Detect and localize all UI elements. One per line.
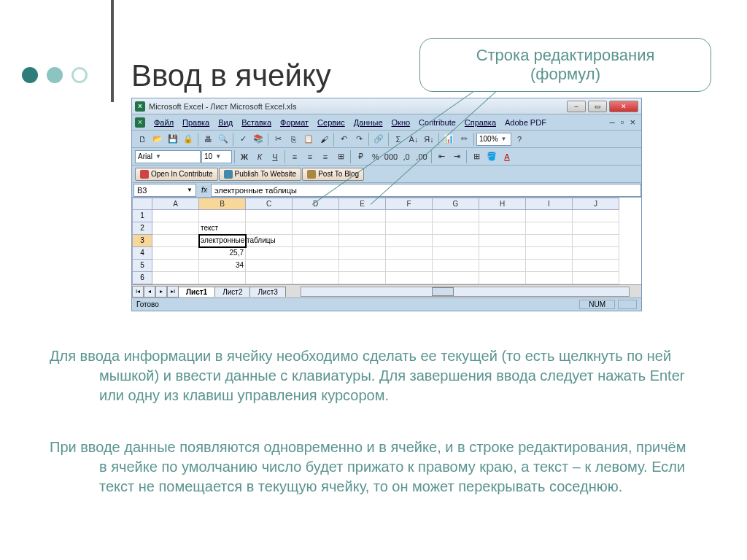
col-header-j[interactable]: J [573, 198, 619, 210]
sort-desc-icon[interactable]: Я↓ [422, 132, 436, 147]
sheet-tab-1[interactable]: Лист1 [178, 287, 215, 297]
horizontal-scrollbar[interactable] [301, 287, 630, 297]
minimize-button[interactable]: – [567, 101, 586, 112]
title-bar: X Microsoft Excel - Лист Microsoft Excel… [132, 98, 641, 114]
col-header-g[interactable]: G [433, 198, 479, 210]
doc-restore-button[interactable]: ▫ [618, 117, 627, 128]
increase-indent-icon[interactable]: ⇥ [449, 149, 464, 164]
menu-insert[interactable]: Вставка [237, 117, 276, 128]
print-icon[interactable]: 🖶 [201, 132, 215, 147]
row-header-6[interactable]: 6 [132, 272, 152, 284]
excel-icon: X [135, 101, 145, 112]
menu-edit[interactable]: Правка [178, 117, 214, 128]
col-header-i[interactable]: I [526, 198, 573, 210]
status-indicator-empty [618, 300, 637, 309]
copy-icon[interactable]: ⎘ [286, 132, 301, 147]
sheet-tab-2[interactable]: Лист2 [214, 287, 250, 297]
sheet-nav-prev-icon[interactable]: ◂ [144, 286, 155, 298]
formatting-toolbar: Arial▼ 10▼ Ж К Ч ≡ ≡ ≡ ⊞ ₽ % 000 ,0 ,00 … [132, 148, 641, 166]
paragraph-2: При вводе данные появляются одновременно… [50, 438, 692, 497]
menu-format[interactable]: Формат [276, 117, 313, 128]
contribute-toolbar: Open In Contribute Publish To Website Po… [132, 166, 641, 183]
doc-minimize-button[interactable]: – [607, 117, 618, 128]
row-header-4[interactable]: 4 [132, 247, 152, 260]
menu-view[interactable]: Вид [214, 117, 237, 128]
menu-file[interactable]: Файл [150, 117, 178, 128]
currency-icon[interactable]: ₽ [353, 149, 368, 164]
font-color-icon[interactable]: A [500, 149, 514, 164]
fill-color-icon[interactable]: 🪣 [484, 149, 499, 164]
select-all-corner[interactable] [132, 198, 152, 210]
status-text: Готово [136, 300, 159, 308]
cell-b5[interactable]: 34 [199, 260, 246, 272]
close-button[interactable]: ✕ [609, 101, 638, 112]
col-header-f[interactable]: F [386, 198, 433, 210]
format-painter-icon[interactable]: 🖌 [317, 132, 331, 147]
app-menu-icon[interactable]: X [135, 117, 145, 128]
menu-contribute[interactable]: Contribute [414, 117, 460, 128]
open-icon[interactable]: 📂 [150, 132, 165, 147]
menu-adobe-pdf[interactable]: Adobe PDF [500, 117, 551, 128]
increase-decimal-icon[interactable]: ,0 [399, 149, 414, 164]
fx-icon[interactable]: fx [198, 186, 211, 194]
doc-close-button[interactable]: × [627, 117, 638, 128]
name-box[interactable]: B3▼ [133, 184, 196, 197]
permission-icon[interactable]: 🔒 [181, 132, 196, 147]
undo-icon[interactable]: ↶ [336, 132, 351, 147]
col-header-a[interactable]: A [152, 198, 199, 210]
align-left-icon[interactable]: ≡ [287, 149, 302, 164]
spreadsheet-grid[interactable]: A B C D E F G H I J 1 2текст 3электронны… [132, 198, 641, 284]
align-center-icon[interactable]: ≡ [303, 149, 317, 164]
menu-window[interactable]: Окно [387, 117, 415, 128]
new-icon[interactable]: 🗋 [135, 132, 150, 147]
callout-formula-bar: Строка редактирования (формул) [419, 38, 711, 92]
cell-b2[interactable]: текст [199, 222, 246, 235]
col-header-b[interactable]: B [199, 198, 246, 210]
menu-tools[interactable]: Сервис [313, 117, 349, 128]
merge-icon[interactable]: ⊞ [333, 149, 348, 164]
col-header-d[interactable]: D [293, 198, 339, 210]
menu-data[interactable]: Данные [349, 117, 387, 128]
row-header-1[interactable]: 1 [132, 210, 152, 222]
excel-window: X Microsoft Excel - Лист Microsoft Excel… [131, 98, 642, 311]
bold-icon[interactable]: Ж [237, 149, 252, 164]
paste-icon[interactable]: 📋 [301, 132, 316, 147]
maximize-button[interactable]: ▭ [588, 101, 607, 112]
status-bar: Готово NUM [132, 298, 641, 311]
zoom-combo[interactable]: 100%▼ [476, 133, 511, 146]
row-header-5[interactable]: 5 [132, 260, 152, 272]
standard-toolbar: 🗋 📂 💾 🔒 🖶 🔍 ✓ 📚 ✂ ⎘ 📋 🖌 ↶ ↷ 🔗 Σ A↓ Я↓ 📊 … [132, 131, 641, 148]
sheet-nav-first-icon[interactable]: I◂ [132, 286, 144, 298]
decrease-indent-icon[interactable]: ⇤ [434, 149, 449, 164]
save-icon[interactable]: 💾 [166, 132, 180, 147]
row-header-3[interactable]: 3 [132, 235, 152, 247]
col-header-c[interactable]: C [246, 198, 293, 210]
help-icon[interactable]: ? [512, 132, 527, 147]
preview-icon[interactable]: 🔍 [216, 132, 231, 147]
borders-icon[interactable]: ⊞ [469, 149, 484, 164]
cut-icon[interactable]: ✂ [271, 132, 285, 147]
font-combo[interactable]: Arial▼ [135, 150, 201, 163]
hyperlink-icon[interactable]: 🔗 [371, 132, 386, 147]
cell-b3-active[interactable]: электронные таблицы [199, 235, 246, 247]
sheet-nav-last-icon[interactable]: ▸I [167, 286, 179, 298]
sheet-tab-3[interactable]: Лист3 [249, 287, 285, 297]
align-right-icon[interactable]: ≡ [318, 149, 333, 164]
col-header-e[interactable]: E [339, 198, 386, 210]
vertical-divider [111, 0, 114, 102]
publish-to-website-button[interactable]: Publish To Website [219, 168, 302, 181]
callout-line2: (формул) [433, 65, 697, 84]
sheet-nav-next-icon[interactable]: ▸ [155, 286, 167, 298]
spelling-icon[interactable]: ✓ [236, 132, 250, 147]
open-in-contribute-button[interactable]: Open In Contribute [135, 168, 218, 181]
formula-bar-input[interactable]: электронные таблицы [211, 184, 641, 197]
row-header-2[interactable]: 2 [132, 222, 152, 235]
italic-icon[interactable]: К [252, 149, 267, 164]
research-icon[interactable]: 📚 [251, 132, 266, 147]
redo-icon[interactable]: ↷ [352, 132, 366, 147]
cell-b4[interactable]: 25,7 [199, 247, 246, 260]
col-header-h[interactable]: H [479, 198, 526, 210]
underline-icon[interactable]: Ч [268, 149, 282, 164]
fontsize-combo[interactable]: 10▼ [201, 150, 232, 163]
drawing-icon[interactable]: ✏ [457, 132, 471, 147]
